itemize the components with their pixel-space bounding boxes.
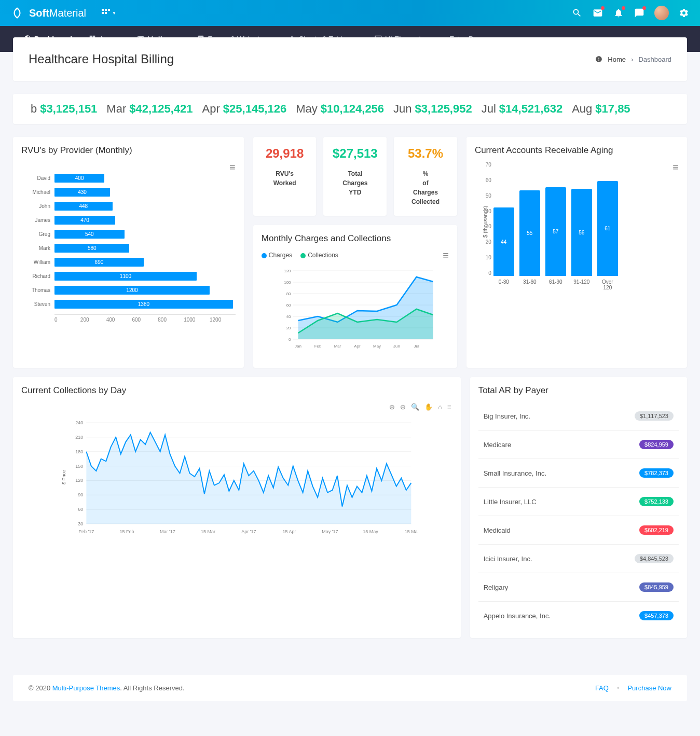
apps-grid-button[interactable]: ▼: [102, 9, 116, 17]
svg-text:120: 120: [75, 478, 83, 483]
svg-text:60: 60: [78, 507, 83, 512]
svg-text:Mar '17: Mar '17: [160, 529, 175, 534]
svg-rect-3: [102, 12, 104, 14]
svg-rect-1: [105, 9, 107, 11]
svg-text:$ Price: $ Price: [61, 470, 66, 484]
menu-icon[interactable]: ≡: [446, 402, 452, 412]
svg-text:Jul: Jul: [414, 344, 419, 349]
breadcrumb-current: Dashboard: [638, 55, 671, 63]
svg-rect-2: [108, 9, 110, 11]
svg-text:100: 100: [284, 280, 291, 285]
payer-row: Big Insurer, Inc.$1,117,523: [478, 402, 679, 431]
payer-row: Religary$845,959: [478, 573, 679, 602]
payer-row: Medicare$824,959: [478, 431, 679, 459]
collections-day-card: Current Collections by Day ⊕ ⊖ 🔍 ✋ ⌂ ≡ 3…: [13, 377, 461, 638]
svg-text:Feb: Feb: [314, 344, 321, 349]
svg-text:Jan: Jan: [295, 344, 301, 349]
chart-menu-icon[interactable]: ≡: [672, 162, 679, 172]
rvu-chart: David400Michael430John448James470Greg540…: [21, 171, 236, 311]
chat-icon[interactable]: [634, 7, 645, 19]
logo[interactable]: SoftMaterial: [10, 6, 86, 20]
chart-menu-icon[interactable]: ≡: [443, 250, 449, 260]
revenue-ticker: b$3,125,151Mar$42,125,421Apr$25,145,126M…: [13, 94, 687, 124]
breadcrumb-home[interactable]: Home: [608, 55, 626, 63]
svg-text:150: 150: [75, 464, 83, 469]
svg-rect-4: [105, 12, 107, 14]
svg-text:15 May: 15 May: [363, 529, 378, 534]
pan-icon[interactable]: ✋: [423, 402, 434, 412]
page-title: Healthcare Hospital Billing: [29, 52, 174, 66]
rvu-provider-card: RVU's by Provider (Monthly) ≡ David400Mi…: [13, 137, 244, 368]
breadcrumb: Home › Dashboard: [595, 55, 671, 63]
ar-aging-chart: $ (thousands) 706050403020100 4455575661: [475, 162, 672, 276]
stat-card: $27,513TotalChargesYTD: [323, 137, 387, 216]
zoom-tool-icon[interactable]: 🔍: [410, 402, 420, 412]
purchase-link[interactable]: Purchase Now: [627, 684, 671, 692]
svg-text:May: May: [373, 344, 381, 349]
ar-payer-card: Total AR by Payer Big Insurer, Inc.$1,11…: [470, 377, 687, 638]
svg-text:40: 40: [286, 314, 291, 319]
svg-text:0: 0: [289, 337, 291, 342]
footer: © 2020 Multi-Purpose Themes. All Rights …: [13, 675, 687, 701]
svg-text:Jun: Jun: [393, 344, 400, 349]
search-icon[interactable]: [571, 7, 583, 19]
monthly-chart: 120100806040200 JanFebMarAprMayJunJul: [262, 265, 449, 358]
svg-text:15 Feb: 15 Feb: [120, 529, 134, 534]
svg-text:Apr: Apr: [354, 344, 361, 349]
svg-text:15 Mar: 15 Mar: [201, 529, 215, 534]
avatar[interactable]: [654, 6, 669, 20]
chart-toolbar: ⊕ ⊖ 🔍 ✋ ⌂ ≡: [21, 402, 452, 412]
collections-chart: 306090120150180210240 $ Price Feb '1715 …: [21, 415, 452, 539]
bell-icon[interactable]: [613, 7, 624, 19]
svg-text:Apr '17: Apr '17: [241, 529, 256, 534]
stat-card: 53.7%%ofChargesCollected: [394, 137, 457, 216]
svg-text:210: 210: [75, 435, 83, 440]
ar-aging-card: Current Accounts Receivable Aging ≡ $ (t…: [466, 137, 687, 368]
svg-text:Mar: Mar: [334, 344, 341, 349]
home-icon[interactable]: ⌂: [437, 402, 443, 412]
payer-row: Icici Insurer, Inc.$4,845,523: [478, 545, 679, 573]
svg-text:30: 30: [78, 521, 83, 526]
svg-text:60: 60: [286, 303, 291, 308]
svg-text:15 Apr: 15 Apr: [283, 529, 296, 534]
settings-icon[interactable]: [678, 7, 690, 19]
monthly-charges-card: Monthly Charges and Collections ≡ Charge…: [253, 225, 457, 368]
svg-text:90: 90: [78, 492, 83, 497]
payer-row: Medicaid$602,219: [478, 516, 679, 545]
svg-text:80: 80: [286, 291, 291, 296]
svg-text:15 Ma: 15 Ma: [405, 529, 418, 534]
chart-menu-icon[interactable]: ≡: [229, 162, 236, 172]
top-header: SoftMaterial ▼: [0, 0, 700, 26]
faq-link[interactable]: FAQ: [595, 684, 609, 692]
payer-row: Appelo Insurance, Inc.$457,373: [478, 602, 679, 630]
page-header: Healthcare Hospital Billing Home › Dashb…: [13, 37, 687, 81]
mail-icon[interactable]: [592, 7, 603, 19]
payer-row: Small Insurance, Inc.$782,373: [478, 459, 679, 488]
svg-text:20: 20: [286, 326, 291, 330]
svg-text:180: 180: [75, 449, 83, 454]
svg-text:120: 120: [284, 269, 291, 273]
zoom-in-icon[interactable]: ⊕: [388, 402, 396, 412]
stat-card: 29,918RVU'sWorked: [253, 137, 317, 216]
footer-company-link[interactable]: Multi-Purpose Themes: [52, 684, 120, 692]
svg-text:Feb '17: Feb '17: [78, 529, 94, 534]
svg-rect-0: [102, 9, 104, 11]
stats-row: 29,918RVU'sWorked$27,513TotalChargesYTD5…: [253, 137, 457, 216]
zoom-out-icon[interactable]: ⊖: [399, 402, 407, 412]
svg-text:240: 240: [75, 420, 83, 425]
svg-text:May '17: May '17: [322, 529, 338, 534]
logo-icon: [10, 6, 24, 20]
payer-row: Little Insurer, LLC$752,133: [478, 488, 679, 516]
dashboard-icon: [595, 55, 602, 63]
